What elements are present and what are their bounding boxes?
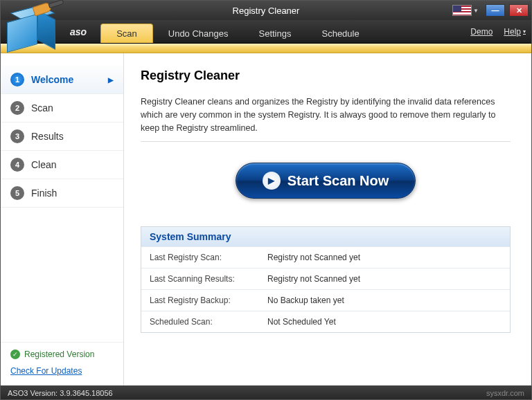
- chevron-right-icon: ▶: [108, 76, 114, 84]
- summary-value: No Backup taken yet: [267, 296, 344, 305]
- step-finish[interactable]: 5 Finish: [1, 179, 123, 208]
- step-number-icon: 3: [10, 129, 24, 143]
- step-number-icon: 2: [10, 101, 24, 115]
- language-dropdown[interactable]: ▼: [450, 5, 481, 16]
- close-button[interactable]: ✕: [509, 4, 529, 17]
- summary-key: Last Registry Backup:: [150, 296, 267, 305]
- tab-schedule[interactable]: Schedule: [306, 24, 374, 43]
- play-icon: ▶: [263, 172, 281, 190]
- step-label: Results: [31, 131, 64, 142]
- step-scan[interactable]: 2 Scan: [1, 94, 123, 122]
- title-bar: Registry Cleaner ▼ — ✕: [1, 1, 531, 20]
- start-scan-label: Start Scan Now: [287, 173, 389, 189]
- step-label: Welcome: [31, 74, 73, 85]
- summary-value: Not Scheduled Yet: [267, 317, 336, 327]
- summary-row: Scheduled Scan: Not Scheduled Yet: [141, 311, 510, 332]
- main-panel: Registry Cleaner Registry Cleaner cleans…: [124, 53, 531, 385]
- summary-key: Last Scanning Results:: [150, 274, 267, 284]
- accent-bar: [1, 44, 531, 53]
- page-description: Registry Cleaner cleans and organizes th…: [141, 96, 511, 134]
- step-welcome[interactable]: 1 Welcome ▶: [1, 66, 123, 94]
- flag-us-icon: [452, 5, 472, 16]
- tab-undo-changes[interactable]: Undo Changes: [153, 24, 244, 43]
- summary-row: Last Registry Backup: No Backup taken ye…: [141, 289, 510, 311]
- checkmark-icon: ✓: [10, 349, 20, 359]
- help-menu[interactable]: Help: [504, 27, 526, 37]
- step-label: Clean: [31, 159, 57, 170]
- summary-key: Last Registry Scan:: [150, 253, 267, 262]
- sidebar: 1 Welcome ▶ 2 Scan 3 Results 4 Clean 5 F…: [1, 53, 124, 385]
- minimize-button[interactable]: —: [486, 4, 505, 17]
- status-bar: ASO3 Version: 3.9.3645.18056 sysxdr.com: [1, 385, 531, 400]
- system-summary-panel: System Summary Last Registry Scan: Regis…: [141, 226, 511, 333]
- summary-value: Registry not Scanned yet: [267, 253, 360, 262]
- window-title: Registry Cleaner: [233, 6, 300, 16]
- version-label: ASO3 Version: 3.9.3645.18056: [8, 389, 113, 397]
- chevron-down-icon: ▼: [473, 8, 479, 14]
- step-clean[interactable]: 4 Clean: [1, 151, 123, 179]
- step-number-icon: 4: [10, 158, 24, 172]
- watermark-label: sysxdr.com: [486, 389, 524, 397]
- summary-row: Last Registry Scan: Registry not Scanned…: [141, 246, 510, 268]
- start-scan-button[interactable]: ▶ Start Scan Now: [236, 163, 416, 199]
- step-results[interactable]: 3 Results: [1, 122, 123, 151]
- app-logo-icon: [4, 4, 65, 51]
- demo-link[interactable]: Demo: [470, 27, 493, 37]
- divider: [141, 141, 511, 142]
- brand-label: aso: [70, 26, 87, 37]
- step-number-icon: 5: [10, 186, 24, 200]
- tab-scan[interactable]: Scan: [100, 24, 153, 43]
- step-label: Finish: [31, 188, 57, 199]
- step-label: Scan: [31, 102, 53, 113]
- step-number-icon: 1: [10, 73, 24, 87]
- menu-bar: aso Scan Undo Changes Settings Schedule …: [1, 20, 531, 44]
- summary-value: Registry not Scanned yet: [267, 274, 360, 284]
- summary-key: Scheduled Scan:: [150, 317, 267, 327]
- tab-settings[interactable]: Settings: [244, 24, 307, 43]
- page-title: Registry Cleaner: [141, 69, 511, 83]
- check-for-updates-link[interactable]: Check For Updates: [10, 366, 114, 376]
- registered-version-label: ✓ Registered Version: [10, 349, 114, 359]
- system-summary-title: System Summary: [141, 227, 510, 246]
- summary-row: Last Scanning Results: Registry not Scan…: [141, 268, 510, 289]
